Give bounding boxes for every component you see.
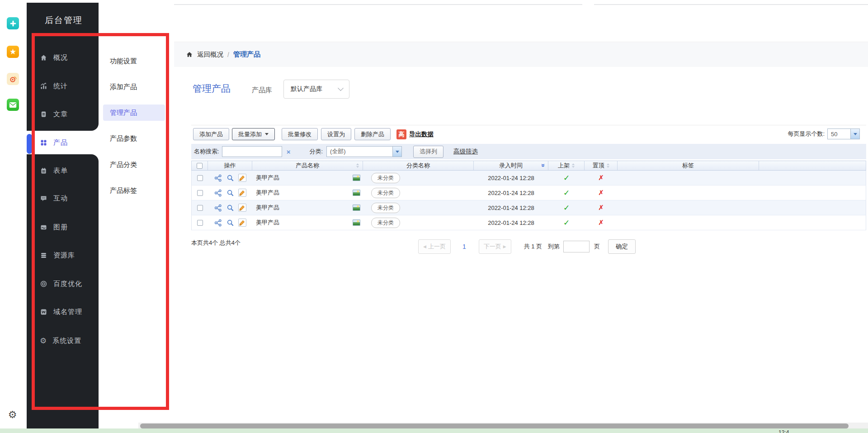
prev-page-button[interactable]: ◀ 上一页 [418, 239, 451, 254]
submenu-item-add-product[interactable]: 添加产品 [103, 79, 165, 95]
row-checkbox[interactable] [197, 205, 203, 211]
category-pill[interactable]: 未分类 [371, 188, 400, 198]
product-name[interactable]: 美甲产品 [256, 174, 279, 182]
sidebar-item-settings[interactable]: ⚙ 系统设置 [40, 335, 81, 346]
confirm-button[interactable]: 确定 [608, 239, 636, 254]
pinned-x-icon[interactable]: ✗ [598, 174, 604, 182]
sidebar-item-forms[interactable]: 表单 [40, 165, 68, 176]
share-icon[interactable] [214, 219, 222, 227]
toolbar: 添加产品 批量添加 批量修改 设置为 删除产品 高 导出数据 [193, 128, 434, 140]
sidebar-item-interaction[interactable]: 互动 [40, 193, 68, 204]
on-shelf-check-icon[interactable]: ✓ [563, 173, 570, 183]
current-page[interactable]: 1 [462, 243, 466, 250]
sort-icon[interactable] [572, 163, 575, 168]
header-pinned[interactable]: 置顶 [585, 161, 618, 170]
export-data-link[interactable]: 导出数据 [409, 130, 434, 138]
spiral-icon [40, 280, 47, 288]
pinned-x-icon[interactable]: ✗ [598, 219, 604, 227]
form-icon [40, 167, 47, 175]
app-shortcut-icon[interactable] [7, 17, 19, 29]
header-product-name[interactable]: 产品名称 [252, 161, 363, 170]
submenu-item-manage-products[interactable]: 管理产品 [103, 105, 165, 121]
next-page-button[interactable]: 下一页 ▶ [479, 239, 511, 254]
pinned-x-icon[interactable]: ✗ [598, 189, 604, 197]
edit-icon[interactable] [238, 189, 246, 197]
share-icon[interactable] [214, 174, 222, 182]
weibo-shortcut-icon[interactable] [7, 73, 19, 85]
preview-icon[interactable] [226, 174, 234, 181]
submenu-item-feature-settings[interactable]: 功能设置 [103, 53, 165, 69]
sidebar-item-gallery[interactable]: 图册 [40, 222, 68, 233]
submenu-item-product-params[interactable]: 产品参数 [103, 130, 165, 147]
add-product-button[interactable]: 添加产品 [193, 128, 229, 140]
on-shelf-check-icon[interactable]: ✓ [563, 218, 570, 228]
row-checkbox[interactable] [197, 175, 203, 181]
thumbnail-icon[interactable] [353, 175, 360, 181]
delete-product-button[interactable]: 删除产品 [354, 128, 391, 140]
thumbnail-icon[interactable] [353, 219, 360, 226]
pagination: ◀ 上一页 1 下一页 ▶ 共 1 页 到第 页 确定 [418, 239, 636, 254]
select-all-checkbox[interactable] [197, 163, 203, 169]
share-icon[interactable] [214, 204, 222, 212]
preview-icon[interactable] [226, 219, 234, 226]
breadcrumb-current[interactable]: 管理产品 [233, 50, 260, 59]
edit-icon[interactable] [238, 174, 246, 182]
goto-page-input[interactable] [563, 241, 590, 252]
thumbnail-icon[interactable] [353, 190, 360, 196]
category-pill[interactable]: 未分类 [371, 203, 400, 213]
favorites-shortcut-icon[interactable]: ★ [7, 46, 19, 58]
sort-icon[interactable] [356, 163, 359, 168]
on-shelf-check-icon[interactable]: ✓ [563, 203, 570, 213]
header-on-shelf[interactable]: 上架 [548, 161, 585, 170]
preview-icon[interactable] [226, 204, 234, 211]
thumbnail-icon[interactable] [353, 205, 360, 211]
advanced-filter-link[interactable]: 高级筛选 [453, 148, 478, 156]
mail-shortcut-icon[interactable] [7, 99, 19, 111]
products-table: 操作 产品名称 分类名称 录入时间 » 上架 置顶 标签 美甲产品 未分类 20 [191, 161, 866, 230]
share-icon[interactable] [214, 189, 222, 197]
on-shelf-check-icon[interactable]: ✓ [563, 188, 570, 198]
sidebar-item-products[interactable]: 产品 [40, 137, 68, 148]
sort-desc-icon[interactable]: » [540, 163, 547, 167]
submenu-item-product-categories[interactable]: 产品分类 [103, 157, 165, 173]
name-search-input[interactable] [222, 146, 282, 157]
product-name[interactable]: 美甲产品 [256, 219, 279, 227]
sidebar-item-resources[interactable]: 资源库 [40, 250, 75, 261]
breadcrumb-separator: / [227, 51, 229, 58]
sidebar-item-domains[interactable]: 域名管理 [40, 306, 82, 317]
set-as-button[interactable]: 设置为 [321, 128, 351, 140]
star-icon: ★ [9, 48, 16, 56]
sidebar-item-stats[interactable]: 统计 [40, 81, 68, 91]
sort-icon[interactable] [607, 163, 609, 168]
product-name[interactable]: 美甲产品 [256, 204, 279, 212]
filter-bar: 名称搜索: × 分类: (全部) 选择列 高级筛选 [191, 144, 866, 159]
batch-modify-button[interactable]: 批量修改 [282, 128, 318, 140]
submenu-item-product-tags[interactable]: 产品标签 [103, 182, 165, 199]
category-pill[interactable]: 未分类 [371, 173, 400, 183]
horizontal-scrollbar-thumb[interactable] [140, 423, 849, 428]
clear-search-icon[interactable]: × [287, 148, 291, 155]
table-row: 美甲产品 未分类 2022-01-24 12:28 ✓ ✗ [191, 215, 866, 230]
sidebar-item-baidu-seo[interactable]: 百度优化 [40, 278, 82, 289]
settings-shortcut-icon[interactable]: ⚙ [6, 409, 19, 421]
batch-add-button[interactable]: 批量添加 [232, 128, 275, 140]
category-pill[interactable]: 未分类 [371, 218, 400, 228]
edit-icon[interactable] [238, 204, 246, 212]
edit-icon[interactable] [238, 219, 246, 227]
library-select[interactable]: 默认产品库 [283, 80, 349, 99]
breadcrumb-back-link[interactable]: 返回概况 [197, 50, 223, 59]
row-checkbox[interactable] [197, 190, 203, 196]
row-checkbox[interactable] [197, 220, 203, 226]
pinned-x-icon[interactable]: ✗ [598, 204, 604, 212]
preview-icon[interactable] [226, 189, 234, 196]
product-name[interactable]: 美甲产品 [256, 189, 279, 197]
active-item-indicator [27, 134, 32, 154]
select-all-header[interactable] [192, 161, 208, 170]
per-page-select[interactable]: 50 [827, 128, 860, 139]
entry-time: 2022-01-24 12:28 [474, 215, 548, 230]
sidebar-item-articles[interactable]: 文章 [40, 109, 68, 119]
sidebar-item-overview[interactable]: 概况 [40, 52, 68, 63]
category-select[interactable]: (全部) [326, 146, 402, 157]
header-entry-time[interactable]: 录入时间 » [474, 161, 548, 170]
choose-columns-button[interactable]: 选择列 [413, 146, 443, 158]
